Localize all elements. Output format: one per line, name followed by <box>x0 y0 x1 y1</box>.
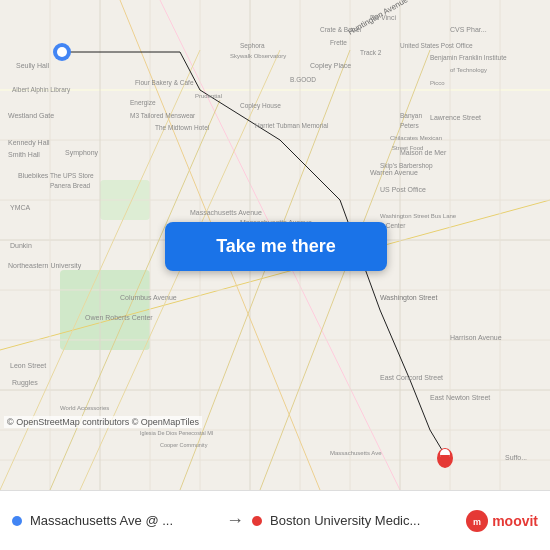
svg-text:The Midtown Hotel: The Midtown Hotel <box>155 124 210 131</box>
svg-text:Owen Roberts Center: Owen Roberts Center <box>85 314 153 321</box>
svg-text:Energize: Energize <box>130 99 156 107</box>
from-dot-icon <box>12 516 22 526</box>
map-container: Huntington Avenue Lawrence Street Warren… <box>0 0 550 490</box>
svg-text:Skip's Barbershop: Skip's Barbershop <box>380 162 433 170</box>
svg-text:Symphony: Symphony <box>65 149 99 157</box>
svg-text:Harriet Tubman Memorial: Harriet Tubman Memorial <box>255 122 329 129</box>
svg-text:Street Food: Street Food <box>392 145 423 151</box>
svg-text:Iglesia De Dios Penecostal MI: Iglesia De Dios Penecostal MI <box>140 430 214 436</box>
svg-text:Bluebikes: Bluebikes <box>18 172 49 179</box>
svg-text:Massachusetts Avenue: Massachusetts Avenue <box>190 209 262 216</box>
route-arrow-section: → <box>218 510 252 531</box>
svg-text:Crate & Barrel: Crate & Barrel <box>320 26 362 33</box>
svg-text:Copley House: Copley House <box>240 102 281 110</box>
svg-text:Leon Street: Leon Street <box>10 362 46 369</box>
to-section: Boston University Medic... <box>252 513 458 528</box>
svg-text:Ruggles: Ruggles <box>12 379 38 387</box>
svg-text:Lawrence Street: Lawrence Street <box>430 114 481 121</box>
svg-text:World Accessories: World Accessories <box>60 405 109 411</box>
moovit-brand-text: moovit <box>492 513 538 529</box>
svg-text:Warren Avenue: Warren Avenue <box>370 169 418 176</box>
svg-text:Kennedy Hall: Kennedy Hall <box>8 139 50 147</box>
svg-text:Prudential: Prudential <box>195 93 222 99</box>
svg-text:of Technology: of Technology <box>450 67 487 73</box>
svg-text:Westland Gate: Westland Gate <box>8 112 54 119</box>
svg-text:m: m <box>473 517 481 527</box>
svg-text:Harrison Avenue: Harrison Avenue <box>450 334 502 341</box>
svg-text:Benjamin Franklin Institute: Benjamin Franklin Institute <box>430 54 507 62</box>
svg-text:East Concord Street: East Concord Street <box>380 374 443 381</box>
svg-text:CVS Phar...: CVS Phar... <box>450 26 487 33</box>
svg-text:Skywalk Observatory: Skywalk Observatory <box>230 53 286 59</box>
svg-text:Da Vinci: Da Vinci <box>370 14 396 21</box>
svg-text:US Post Office: US Post Office <box>380 186 426 193</box>
svg-text:YMCA: YMCA <box>10 204 31 211</box>
svg-text:B.GOOD: B.GOOD <box>290 76 316 83</box>
svg-rect-1 <box>60 270 150 350</box>
svg-text:Massachusetts Ave: Massachusetts Ave <box>330 450 382 456</box>
svg-text:Albert Alphin Library: Albert Alphin Library <box>12 86 71 94</box>
svg-text:Flour Bakery & Cafe: Flour Bakery & Cafe <box>135 79 194 87</box>
arrow-icon: → <box>226 510 244 530</box>
svg-text:Seully Hall: Seully Hall <box>16 62 50 70</box>
from-location-text: Massachusetts Ave @ ... <box>30 513 173 528</box>
svg-text:Cooper Community: Cooper Community <box>160 442 208 448</box>
moovit-logo: m moovit <box>466 510 538 532</box>
svg-text:Northeastern University: Northeastern University <box>8 262 82 270</box>
svg-text:Sephora: Sephora <box>240 42 265 50</box>
svg-text:M3 Tailored Menswear: M3 Tailored Menswear <box>130 112 196 119</box>
svg-text:Peters: Peters <box>400 122 420 129</box>
svg-text:Chilacates Mexican: Chilacates Mexican <box>390 135 442 141</box>
moovit-logo-icon: m <box>466 510 488 532</box>
bottom-navigation-bar: Massachusetts Ave @ ... → Boston Univers… <box>0 490 550 550</box>
svg-text:Washington Street: Washington Street <box>380 294 437 302</box>
svg-text:Panera Bread: Panera Bread <box>50 182 90 189</box>
svg-text:Smith Hall: Smith Hall <box>8 151 40 158</box>
svg-text:Frette: Frette <box>330 39 347 46</box>
svg-text:The UPS Store: The UPS Store <box>50 172 94 179</box>
svg-text:Washington Street Bus Lane: Washington Street Bus Lane <box>380 213 457 219</box>
map-attribution: © OpenStreetMap contributors © OpenMapTi… <box>4 416 202 428</box>
svg-text:Picco: Picco <box>430 80 445 86</box>
svg-text:United States Post Office: United States Post Office <box>400 42 473 49</box>
from-section: Massachusetts Ave @ ... <box>12 513 218 528</box>
svg-text:Banyan: Banyan <box>400 112 422 120</box>
svg-text:Columbus Avenue: Columbus Avenue <box>120 294 177 301</box>
svg-text:Track 2: Track 2 <box>360 49 382 56</box>
svg-point-92 <box>57 47 67 57</box>
to-dot-icon <box>252 516 262 526</box>
svg-text:Suffo...: Suffo... <box>505 454 527 461</box>
svg-text:Dunkin: Dunkin <box>10 242 32 249</box>
take-me-there-button[interactable]: Take me there <box>165 222 387 271</box>
svg-text:East Newton Street: East Newton Street <box>430 394 490 401</box>
to-location-text: Boston University Medic... <box>270 513 420 528</box>
svg-text:Copley Place: Copley Place <box>310 62 351 70</box>
